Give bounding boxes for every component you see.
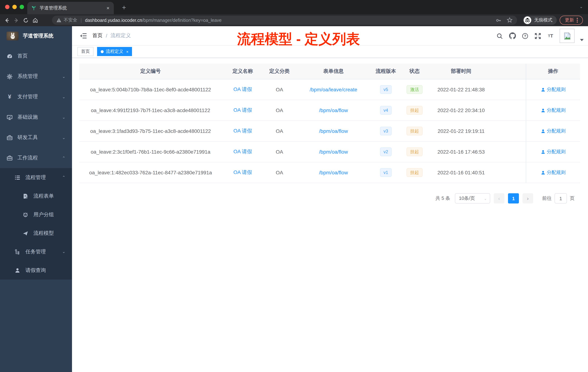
breadcrumb-home[interactable]: 首页 [92, 33, 103, 39]
home-icon[interactable] [31, 15, 40, 25]
minimize-window-button[interactable] [12, 5, 17, 9]
not-secure-label[interactable]: 不安全 [64, 17, 77, 23]
assign-rule-link[interactable]: 分配规则 [541, 86, 566, 93]
sidebar-item-process-model[interactable]: 流程模型 [0, 224, 72, 242]
assign-rule-link[interactable]: 分配规则 [541, 149, 566, 155]
version-cell: v5 [372, 85, 400, 94]
deploy-time: 2022-01-16 17:46:53 [429, 149, 493, 155]
version-badge: v2 [380, 147, 392, 156]
sidebar-item-task-management[interactable]: 任务管理 ⌄ [0, 242, 72, 261]
search-icon[interactable] [496, 32, 503, 40]
column-header-definition-name: 定义名称 [222, 68, 264, 75]
form-link[interactable]: /bpm/oa/flow [319, 149, 348, 155]
form-link[interactable]: /bpm/oa/flow [319, 170, 348, 175]
assign-rule-label: 分配规则 [547, 169, 566, 176]
update-button[interactable]: 更新 [560, 16, 583, 25]
user-icon [541, 87, 545, 92]
assign-rule-label: 分配规则 [547, 128, 566, 134]
browser-toolbar: 不安全 | dashboard.yudao.iocoder.cn/bpm/man… [0, 14, 588, 26]
goto-page-input[interactable] [555, 193, 567, 203]
close-tag-icon[interactable]: × [126, 49, 128, 54]
sidebar-item-devtools[interactable]: 研发工具 ⌄ [0, 127, 72, 148]
reload-icon[interactable] [21, 15, 31, 25]
form-info-cell: /bpm/oa/leave/create [295, 87, 372, 92]
status-badge: 挂起 [407, 147, 422, 156]
definition-name-link[interactable]: OA 请假 [233, 86, 252, 92]
sidebar-item-workflow[interactable]: 工作流程 ⌃ [0, 148, 72, 168]
assign-rule-link[interactable]: 分配规则 [541, 169, 566, 176]
caret-down-icon[interactable] [580, 39, 584, 41]
definition-name-link[interactable]: OA 请假 [233, 149, 252, 154]
address-bar[interactable]: 不安全 | dashboard.yudao.iocoder.cn/bpm/man… [52, 16, 517, 25]
actions-cell: 分配规则 [526, 162, 580, 183]
back-icon[interactable] [2, 15, 12, 25]
user-avatar[interactable] [560, 29, 575, 43]
close-window-button[interactable] [5, 5, 10, 9]
page-content: 定义编号 定义名称 定义分类 表单信息 流程版本 状态 部署时间 操作 oa_l… [72, 64, 588, 203]
assign-rule-link[interactable]: 分配规则 [541, 107, 566, 114]
deploy-time: 2022-01-22 19:19:11 [429, 128, 493, 134]
deploy-time: 2022-01-22 20:34:10 [429, 107, 493, 113]
sidebar-item-process-management[interactable]: 流程管理 ⌃ [0, 168, 72, 187]
chevron-down-icon: ⌄ [62, 135, 65, 140]
help-icon[interactable]: ? [521, 32, 529, 40]
version-cell: v1 [372, 168, 400, 177]
next-page-button[interactable]: › [523, 193, 533, 203]
sidebar-item-home[interactable]: 首页 [0, 46, 72, 66]
browser-tab-bar: 芋道管理系统 × + ⌄ [0, 0, 588, 14]
sidebar-item-label: 系统管理 [17, 73, 38, 80]
close-tab-icon[interactable]: × [106, 5, 110, 11]
zoom-window-button[interactable] [20, 5, 24, 9]
page-size-select[interactable]: 10条/页 ⌄ [455, 193, 490, 203]
form-link[interactable]: /bpm/oa/flow [319, 128, 348, 134]
deploy-time: 2022-01-16 01:40:51 [429, 170, 493, 175]
browser-menu-icon[interactable] [577, 18, 578, 22]
version-cell: v4 [372, 106, 400, 115]
sidebar-item-system[interactable]: 系统管理 ⌄ [0, 66, 72, 87]
tag-home[interactable]: 首页 [77, 47, 94, 56]
robot-icon [22, 212, 28, 218]
bookmark-star-icon[interactable] [506, 17, 513, 23]
key-icon[interactable] [496, 17, 502, 23]
workflow-submenu: 流程管理 ⌃ 流程表单 用户分组 [0, 168, 72, 280]
form-link[interactable]: /bpm/oa/leave/create [310, 87, 357, 92]
fullscreen-icon[interactable] [534, 32, 541, 40]
github-icon[interactable] [509, 32, 516, 40]
definition-name-link[interactable]: OA 请假 [233, 169, 252, 175]
actions-cell: 分配规则 [526, 79, 580, 100]
chevron-up-icon: ⌃ [62, 156, 65, 160]
user-icon [541, 129, 545, 133]
browser-tab[interactable]: 芋道管理系统 × [27, 2, 114, 14]
sidebar-item-process-form[interactable]: 流程表单 [0, 187, 72, 205]
tag-process-definition[interactable]: 流程定义 × [97, 47, 132, 56]
definition-name-cell: OA 请假 [222, 86, 264, 93]
definition-name-link[interactable]: OA 请假 [233, 107, 252, 113]
page-number-1[interactable]: 1 [508, 193, 519, 203]
url-path: /bpm/manager/definition?key=oa_leave [142, 18, 222, 23]
forward-icon[interactable] [12, 15, 21, 25]
window-controls[interactable] [5, 5, 24, 9]
sidebar-item-infra[interactable]: 基础设施 ⌄ [0, 107, 72, 127]
column-header-definition-category: 定义分类 [264, 68, 295, 75]
font-size-icon[interactable]: TT [547, 32, 554, 40]
tab-title: 芋道管理系统 [40, 5, 106, 11]
user-icon [541, 170, 545, 175]
tab-search-chevron-icon[interactable]: ⌄ [580, 4, 583, 9]
app-logo-row[interactable]: 芋道管理系统 [0, 26, 72, 46]
hamburger-icon[interactable] [72, 33, 92, 38]
update-label: 更新 [565, 17, 574, 23]
column-header-actions: 操作 [526, 64, 580, 79]
version-badge: v1 [380, 168, 392, 177]
prev-page-button[interactable]: ‹ [494, 193, 504, 203]
briefcase-icon [7, 155, 13, 161]
chevron-down-icon: ⌄ [62, 74, 65, 79]
sidebar-item-payment[interactable]: ¥ 支付管理 ⌄ [0, 87, 72, 107]
new-tab-button[interactable]: + [119, 3, 129, 13]
table-header-row: 定义编号 定义名称 定义分类 表单信息 流程版本 状态 部署时间 操作 [79, 64, 580, 79]
sidebar-item-leave-query[interactable]: 请假查询 [0, 261, 72, 280]
definition-name-link[interactable]: OA 请假 [233, 128, 252, 134]
sidebar-item-user-group[interactable]: 用户分组 [0, 205, 72, 224]
status-cell: 挂起 [400, 106, 429, 115]
assign-rule-link[interactable]: 分配规则 [541, 128, 566, 134]
form-link[interactable]: /bpm/oa/flow [319, 107, 348, 113]
